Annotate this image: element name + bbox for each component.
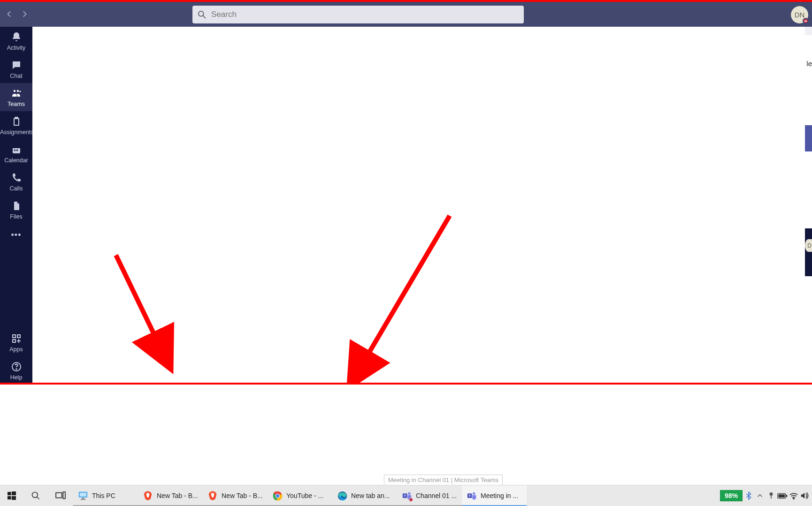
rail-calls[interactable]: Calls	[0, 167, 32, 196]
rail-label: Help	[10, 374, 23, 381]
rail-chat[interactable]: Chat	[0, 55, 32, 83]
svg-rect-21	[63, 492, 65, 498]
file-icon	[11, 200, 22, 211]
clip-text-fragment: le	[806, 60, 812, 68]
tray-chevron-up-icon[interactable]	[755, 488, 765, 504]
taskbar-item-edge[interactable]: New tab an...	[332, 485, 397, 506]
rail-label: Files	[10, 213, 22, 220]
nav-back-button[interactable]	[2, 7, 17, 22]
brave-icon	[207, 491, 218, 501]
ellipsis-icon: •••	[11, 230, 22, 240]
svg-rect-14	[8, 492, 11, 495]
rail-label: Calendar	[4, 157, 28, 164]
annotation-top-border	[0, 0, 812, 2]
svg-point-13	[16, 369, 17, 370]
rail-files[interactable]: Files	[0, 196, 32, 224]
svg-rect-40	[786, 494, 788, 497]
rail-assignments[interactable]: Assignments	[0, 111, 32, 139]
taskbar-item-brave-2[interactable]: New Tab - B...	[203, 485, 268, 506]
svg-point-2	[13, 90, 15, 92]
svg-rect-6	[13, 146, 20, 148]
svg-text:T: T	[468, 494, 471, 497]
rail-teams[interactable]: Teams	[0, 83, 32, 111]
rail-label: Chat	[10, 73, 22, 79]
taskbar-tooltip: Meeting in Channel 01 | Microsoft Teams	[384, 475, 503, 485]
calendar-icon	[11, 144, 22, 155]
taskbar-item-label: YouTube - ...	[286, 492, 323, 499]
edge-icon	[337, 491, 347, 501]
taskbar-item-label: New Tab - B...	[157, 492, 198, 499]
clip-avatar-fragment: D	[805, 239, 812, 252]
search-wrapper	[192, 6, 524, 23]
svg-rect-17	[12, 496, 16, 500]
rail-label: Activity	[7, 45, 26, 51]
taskbar-item-teams-1[interactable]: T Channel 01 ...	[397, 485, 462, 506]
volume-icon[interactable]	[800, 488, 810, 504]
svg-rect-25	[81, 499, 86, 500]
rail-activity[interactable]: Activity	[0, 27, 32, 55]
search-input[interactable]	[192, 6, 524, 23]
svg-point-41	[793, 498, 794, 499]
phone-icon	[11, 172, 22, 183]
rail-label: Teams	[8, 101, 25, 107]
svg-rect-11	[13, 340, 15, 342]
nav-forward-button[interactable]	[17, 7, 32, 22]
svg-rect-9	[13, 335, 15, 338]
rail-apps[interactable]: Apps	[0, 328, 32, 356]
svg-point-3	[16, 90, 18, 92]
svg-rect-16	[8, 496, 11, 499]
chrome-icon	[272, 491, 283, 501]
task-view-button[interactable]	[48, 485, 73, 506]
start-button[interactable]	[0, 485, 23, 506]
svg-rect-39	[779, 494, 785, 498]
rail-label: Apps	[9, 346, 23, 353]
svg-rect-10	[17, 335, 20, 338]
title-bar: DN	[0, 1, 812, 27]
taskbar-item-chrome[interactable]: YouTube - ...	[268, 485, 332, 506]
chevron-right-icon	[21, 11, 28, 17]
main-content-area	[32, 27, 812, 385]
taskbar-item-label: Meeting in ...	[481, 492, 518, 499]
clip-header	[805, 27, 812, 35]
svg-rect-20	[56, 493, 62, 498]
svg-line-19	[37, 497, 39, 499]
svg-rect-8	[16, 150, 18, 151]
taskbar-item-label: New Tab - B...	[222, 492, 263, 499]
taskbar-item-label: New tab an...	[351, 492, 390, 499]
svg-rect-37	[771, 495, 772, 498]
taskbar-item-thispc[interactable]: This PC	[73, 485, 138, 506]
svg-rect-24	[82, 498, 84, 499]
clip-dark-block	[805, 228, 812, 276]
rail-label: Calls	[10, 185, 23, 192]
rail-calendar[interactable]: Calendar	[0, 139, 32, 167]
search-icon	[31, 491, 40, 500]
svg-rect-15	[12, 491, 16, 495]
assignments-icon	[11, 116, 22, 127]
rail-more-button[interactable]: •••	[11, 224, 22, 247]
svg-text:T: T	[404, 494, 406, 497]
battery-icon[interactable]	[777, 488, 788, 504]
rail-help[interactable]: Help	[0, 356, 32, 385]
svg-point-18	[32, 492, 38, 498]
teams-icon: T	[467, 491, 477, 501]
windows-taskbar: This PC New Tab - B... New Tab - B... Yo…	[0, 485, 812, 506]
battery-percent-badge[interactable]: 98%	[720, 490, 743, 501]
taskbar-search-button[interactable]	[23, 485, 48, 506]
search-icon	[197, 10, 207, 19]
taskbar-item-teams-2[interactable]: T Meeting in ...	[462, 485, 527, 506]
bluetooth-icon[interactable]	[743, 488, 754, 504]
system-tray: 98%	[720, 485, 812, 506]
svg-point-28	[276, 494, 279, 497]
taskbar-item-label: Channel 01 ...	[416, 492, 457, 499]
app-rail: Activity Chat Teams Assignments Calendar…	[0, 27, 32, 385]
rail-label: Assignments	[0, 129, 34, 136]
teams-busy-icon: T	[402, 491, 412, 501]
chevron-left-icon	[6, 11, 13, 17]
location-icon[interactable]	[766, 488, 776, 504]
right-sidebar-clip: le D	[804, 27, 812, 385]
user-avatar[interactable]: DN	[791, 6, 808, 23]
help-icon	[11, 361, 22, 372]
svg-line-1	[203, 16, 206, 18]
taskbar-item-brave-1[interactable]: New Tab - B...	[138, 485, 203, 506]
wifi-icon[interactable]	[789, 488, 799, 504]
